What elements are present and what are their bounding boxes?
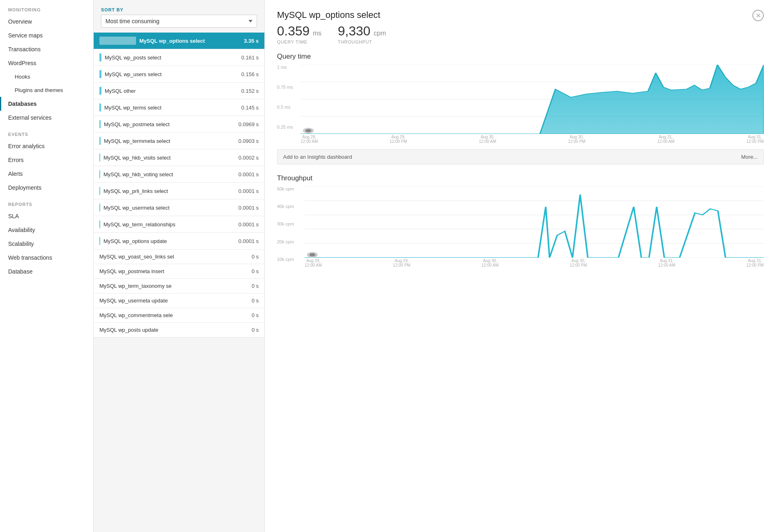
- sidebar-item-sla[interactable]: SLA: [0, 209, 93, 223]
- query-time-chart: [301, 65, 764, 134]
- db-value: 0 s: [252, 254, 259, 260]
- db-name-wrap: MySQL wp_postmeta insert: [99, 268, 248, 274]
- sidebar-item-deployments[interactable]: Deployments: [0, 181, 93, 195]
- query-time-label: QUERY TIME: [277, 39, 321, 44]
- sidebar-item-alerts[interactable]: Alerts: [0, 167, 93, 181]
- db-name-wrap: MySQL wp_hkb_voting select: [99, 170, 234, 178]
- more-link[interactable]: More...: [741, 154, 758, 160]
- sidebar-item-overview[interactable]: Overview: [0, 15, 93, 28]
- sidebar-item-transactions[interactable]: Transactions: [0, 42, 93, 56]
- db-name: MySQL wp_term_taxonomy se: [99, 283, 171, 289]
- db-name-wrap: MySQL wp_usermeta select: [99, 204, 234, 212]
- sidebar: MONITORING Overview Service maps Transac…: [0, 0, 94, 532]
- db-value: 0.145 s: [241, 105, 259, 111]
- sidebar-item-databases[interactable]: Databases: [0, 97, 93, 111]
- db-value: 0.0969 s: [238, 121, 259, 127]
- table-row[interactable]: MySQL wp_term_relationships 0.0001 s: [94, 216, 264, 233]
- db-name: MySQL wp_users select: [105, 71, 162, 77]
- db-value: 0 s: [252, 298, 259, 304]
- table-row[interactable]: MySQL wp_postmeta insert 0 s: [94, 264, 264, 279]
- query-time-section-title: Query time: [277, 53, 764, 61]
- throughput-value: 9,330: [338, 24, 370, 38]
- sidebar-item-service-maps[interactable]: Service maps: [0, 28, 93, 42]
- close-button[interactable]: ✕: [752, 10, 764, 21]
- table-row[interactable]: MySQL wp_options update 0.0001 s: [94, 233, 264, 250]
- table-row[interactable]: MySQL wp_usermeta select 0.0001 s: [94, 199, 264, 216]
- detail-header: MySQL wp_options select ✕: [277, 10, 764, 21]
- db-value: 0 s: [252, 327, 259, 333]
- throughput-unit: cpm: [374, 30, 386, 37]
- db-value: 0.0903 s: [238, 138, 259, 144]
- db-name-wrap: MySQL wp_term_relationships: [99, 220, 234, 228]
- sidebar-item-wordpress[interactable]: WordPress: [0, 56, 93, 70]
- sort-bar: SORT BY Most time consuming: [94, 0, 264, 33]
- db-name-wrap: MySQL wp_hkb_visits select: [99, 153, 234, 162]
- table-row[interactable]: MySQL wp_posts update 0 s: [94, 323, 264, 337]
- sidebar-item-database[interactable]: Database: [0, 265, 93, 278]
- table-row[interactable]: MySQL wp_postmeta select 0.0969 s: [94, 116, 264, 133]
- db-bar: [99, 37, 136, 45]
- db-name: MySQL wp_usermeta update: [99, 298, 168, 304]
- query-time-stat: 0.359 ms QUERY TIME: [277, 24, 321, 44]
- db-name: MySQL wp_posts update: [99, 327, 158, 333]
- table-row[interactable]: MySQL wp_prli_links select 0.0001 s: [94, 183, 264, 199]
- db-name-wrap: MySQL wp_yoast_seo_links sel: [99, 254, 248, 260]
- table-row[interactable]: MySQL wp_commentmeta sele 0 s: [94, 308, 264, 323]
- db-bar: [99, 103, 101, 112]
- throughput-label: THROUGHPUT: [338, 39, 386, 44]
- monitoring-section-label: MONITORING: [0, 0, 93, 15]
- db-name: MySQL wp_termmeta select: [104, 138, 170, 144]
- db-name: MySQL wp_options update: [103, 238, 167, 244]
- db-bar: [99, 120, 101, 128]
- sidebar-item-scalability[interactable]: Scalability: [0, 237, 93, 251]
- db-bar: [99, 53, 101, 61]
- sidebar-item-availability[interactable]: Availability: [0, 223, 93, 237]
- throughput-x-labels: Aug 29,12:00 AM Aug 29,12:00 PM Aug 30,1…: [305, 258, 764, 267]
- sidebar-item-web-transactions[interactable]: Web transactions: [0, 251, 93, 265]
- table-row[interactable]: MySQL wp_hkb_voting select 0.0001 s: [94, 166, 264, 183]
- db-name-wrap: MySQL wp_term_taxonomy se: [99, 283, 248, 289]
- db-bar: [99, 70, 101, 78]
- db-value: 0.161 s: [241, 55, 259, 61]
- table-row[interactable]: MySQL wp_yoast_seo_links sel 0 s: [94, 250, 264, 264]
- sidebar-item-external-services[interactable]: External services: [0, 111, 93, 125]
- db-name-wrap: MySQL wp_options update: [99, 237, 234, 245]
- db-name-wrap: MySQL wp_usermeta update: [99, 298, 248, 304]
- query-time-chart-area: 1 ms 0.75 ms 0.5 ms 0.25 ms: [277, 65, 764, 146]
- db-name-wrap: MySQL wp_prli_links select: [99, 187, 234, 195]
- db-name: MySQL wp_usermeta select: [103, 205, 169, 211]
- insights-bar[interactable]: Add to an Insights dashboard More...: [277, 149, 764, 164]
- db-name: MySQL wp_hkb_visits select: [103, 155, 171, 161]
- sidebar-item-hooks[interactable]: Hooks: [0, 70, 93, 83]
- db-value: 0 s: [252, 283, 259, 289]
- db-value: 0 s: [252, 312, 259, 318]
- table-row[interactable]: MySQL wp_hkb_visits select 0.0002 s: [94, 149, 264, 166]
- sidebar-item-error-analytics[interactable]: Error analytics: [0, 139, 93, 153]
- db-name: MySQL wp_postmeta insert: [99, 268, 164, 274]
- sort-select[interactable]: Most time consuming: [101, 15, 257, 28]
- table-row[interactable]: MySQL wp_term_taxonomy se 0 s: [94, 279, 264, 293]
- db-bar: [99, 220, 100, 228]
- table-row[interactable]: MySQL wp_termmeta select 0.0903 s: [94, 133, 264, 149]
- db-value: 0.0001 s: [238, 188, 259, 194]
- sidebar-item-errors[interactable]: Errors: [0, 153, 93, 167]
- sidebar-item-plugins-and-themes[interactable]: Plugins and themes: [0, 83, 93, 97]
- db-name: MySQL wp_commentmeta sele: [99, 312, 173, 318]
- throughput-y-labels: 50k cpm 40k cpm 30k cpm 20k cpm 10k cpm: [277, 186, 301, 276]
- db-name-wrap: MySQL wp_postmeta select: [99, 120, 234, 128]
- db-value: 0.0001 s: [238, 238, 259, 244]
- db-name: MySQL wp_yoast_seo_links sel: [99, 254, 174, 260]
- table-row[interactable]: MySQL wp_posts select 0.161 s: [94, 49, 264, 66]
- table-row[interactable]: MySQL other 0.152 s: [94, 83, 264, 99]
- db-bar: [99, 87, 101, 95]
- db-bar: [99, 170, 100, 178]
- db-bar: [99, 187, 100, 195]
- table-row[interactable]: MySQL wp_users select 0.156 s: [94, 66, 264, 83]
- detail-panel: MySQL wp_options select ✕ 0.359 ms QUERY…: [265, 0, 776, 532]
- table-row[interactable]: MySQL wp_options select 3.35 s: [94, 33, 264, 49]
- db-bar: [99, 204, 100, 212]
- table-row[interactable]: MySQL wp_terms select 0.145 s: [94, 99, 264, 116]
- db-bar: [99, 237, 100, 245]
- table-row[interactable]: MySQL wp_usermeta update 0 s: [94, 293, 264, 308]
- db-name-wrap: MySQL wp_options select: [99, 37, 240, 45]
